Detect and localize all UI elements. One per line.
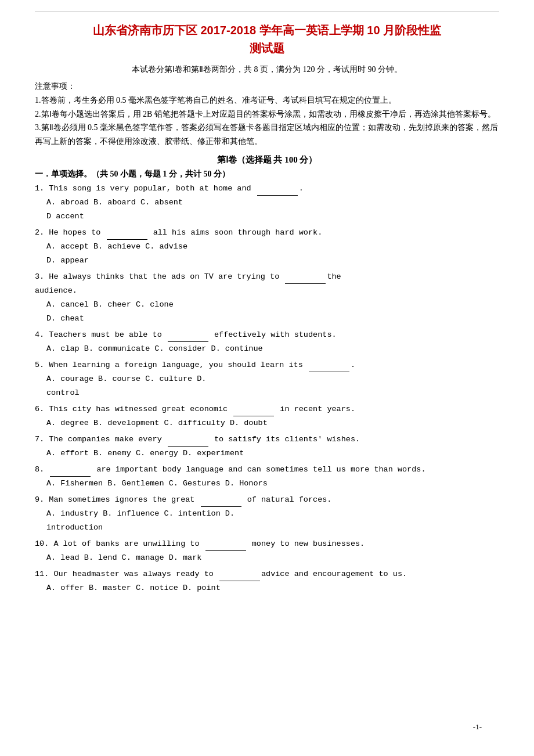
blank-9 (201, 499, 241, 507)
q-num: 7. (35, 435, 44, 444)
q-main-line: 9. Man sometimes ignores the great of na… (35, 493, 499, 507)
q-num: 9. (35, 495, 44, 504)
blank-1 (257, 188, 298, 196)
q-options: A. lead B. lend C. manage D. mark (46, 551, 499, 565)
notes-section: 注意事项： 1.答卷前，考生务必用 0.5 毫米黑色签字笔将自己的姓名、准考证号… (35, 80, 499, 149)
q-num: 2. (35, 228, 44, 237)
blank-10 (205, 543, 246, 551)
q-options2: D accent (46, 210, 499, 224)
q-options: A. accept B. achieve C. advise (46, 240, 499, 254)
note-2: 2.第Ⅰ卷每小题选出答案后，用 2B 铅笔把答题卡上对应题目的答案标号涂黑，如需… (35, 110, 496, 118)
q-options2: introduction (46, 521, 499, 535)
intro-text: 本试卷分第Ⅰ卷和第Ⅱ卷两部分，共 8 页，满分为 120 分，考试用时 90 分… (35, 64, 499, 75)
part1-title: 一．单项选择。（共 50 小题，每题 1 分，共计 50 分） (35, 169, 499, 179)
q-main-line: 2. He hopes to all his aims soon through… (35, 226, 499, 240)
question-2: 2. He hopes to all his aims soon through… (35, 226, 499, 268)
blank-8 (50, 469, 91, 477)
blank-3 (285, 276, 326, 284)
q-num: 4. (35, 330, 44, 339)
question-1: 1. This song is very popular, both at ho… (35, 182, 499, 224)
blank-5 (309, 364, 349, 372)
q-main-line: 11. Our headmaster was always ready to a… (35, 567, 499, 581)
q-num: 3. (35, 272, 44, 281)
questions-container: 1. This song is very popular, both at ho… (35, 182, 499, 595)
title-line1: 山东省济南市历下区 2017-2018 学年高一英语上学期 10 月阶段性监 (35, 23, 499, 38)
note-3: 3.第Ⅱ卷必须用 0.5 毫米黑色签字笔作答，答案必须写在答题卡各题目指定区域内… (35, 123, 498, 146)
question-7: 7. The companies make every to satisfy i… (35, 433, 499, 460)
q-options: A. cancel B. cheer C. clone (46, 298, 499, 312)
title-line2: 测试题 (35, 41, 499, 56)
q-main-line: 4. Teachers must be able to effectively … (35, 328, 499, 342)
q-main-line: 6. This city has witnessed great economi… (35, 402, 499, 416)
page-number: -1- (473, 722, 482, 732)
q-options2: D. appear (46, 254, 499, 268)
q-options: A. Fishermen B. Gentlemen C. Gestures D.… (46, 477, 499, 491)
q-options: A. clap B. communicate C. consider D. co… (46, 342, 499, 356)
blank-6 (233, 408, 274, 416)
note-1: 1.答卷前，考生务必用 0.5 毫米黑色签字笔将自己的姓名、准考证号、考试科目填… (35, 96, 396, 105)
q-options2: control (46, 386, 499, 400)
question-6: 6. This city has witnessed great economi… (35, 402, 499, 430)
q-main-line: 10. A lot of banks are unwilling to mone… (35, 537, 499, 551)
q-num: 5. (35, 361, 44, 369)
question-3: 3. He always thinks that the ads on TV a… (35, 270, 499, 326)
q-main-line: 3. He always thinks that the ads on TV a… (35, 270, 499, 284)
q-options: A. effort B. enemy C. energy D. experime… (46, 447, 499, 460)
q-main-line: 5. When learning a foreign language, you… (35, 358, 499, 372)
blank-7 (168, 438, 208, 447)
question-4: 4. Teachers must be able to effectively … (35, 328, 499, 356)
q-options: A. offer B. master C. notice D. point (46, 581, 499, 595)
blank-4 (168, 334, 208, 342)
q-options: A. industry B. influence C. intention D. (46, 507, 499, 521)
question-9: 9. Man sometimes ignores the great of na… (35, 493, 499, 535)
q-main-line: 7. The companies make every to satisfy i… (35, 433, 499, 447)
q-num: 6. (35, 405, 44, 413)
q-main-line: 1. This song is very popular, both at ho… (35, 182, 499, 196)
notes-header: 注意事项： (35, 82, 75, 91)
q-main-line: 8. are important body language and can s… (35, 463, 499, 477)
q-num: 11. (35, 570, 49, 578)
question-8: 8. are important body language and can s… (35, 463, 499, 491)
q-options: A. degree B. development C. difficulty D… (46, 416, 499, 430)
q-options: A. abroad B. aboard C. absent (46, 196, 499, 210)
q-num: 10. (35, 539, 49, 548)
q-num: 8. (35, 465, 44, 474)
q-extra-line: audience. (35, 284, 499, 298)
q-num: 1. (35, 184, 44, 193)
q-options2: D. cheat (46, 312, 499, 326)
q-options: A. courage B. course C. culture D. (46, 372, 499, 386)
section1-title: 第Ⅰ卷（选择题 共 100 分） (35, 154, 499, 165)
question-10: 10. A lot of banks are unwilling to mone… (35, 537, 499, 565)
question-11: 11. Our headmaster was always ready to a… (35, 567, 499, 595)
blank-11 (219, 573, 260, 581)
question-5: 5. When learning a foreign language, you… (35, 358, 499, 400)
top-border (35, 12, 499, 12)
blank-2 (107, 232, 147, 240)
